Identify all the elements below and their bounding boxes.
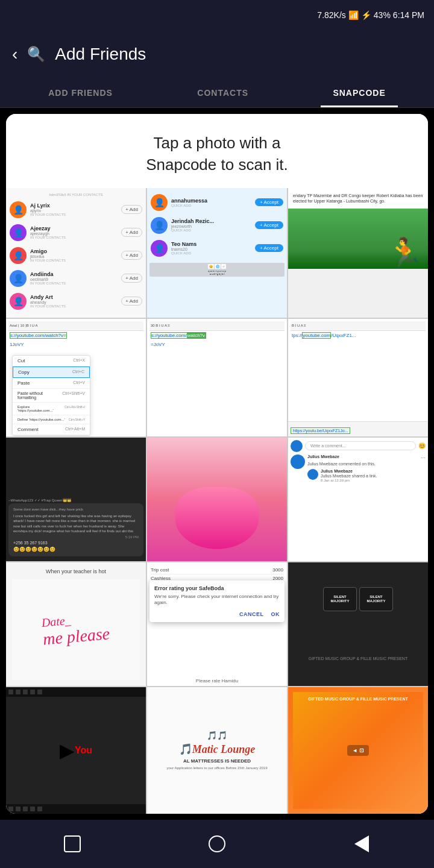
back-button[interactable]: ‹ bbox=[12, 45, 17, 64]
bottom-url-bar: https://youtu.be/UqxxFZ1Jo... bbox=[288, 421, 428, 436]
context-paste[interactable]: Paste Ctrl+V bbox=[13, 378, 90, 389]
error-message: We're sorry. Please check your internet … bbox=[154, 594, 280, 606]
tabs-bar: ADD FRIENDS CONTACTS SNAPCODE bbox=[0, 78, 434, 108]
list-item: 👤 Ajeezay ajeezaygh IN YOUR CONTACTS + A… bbox=[8, 222, 143, 244]
list-item: 👤 Amigo jldseika IN YOUR CONTACTS + Add bbox=[8, 245, 143, 266]
ok-button[interactable]: OK bbox=[271, 611, 280, 617]
url-text-3: youtube.com bbox=[302, 332, 331, 339]
avatar: 👤 bbox=[151, 240, 168, 257]
editor-toolbar: Arial | 10 |B I U A bbox=[8, 321, 143, 331]
emoji-icon: 😊 bbox=[418, 442, 426, 449]
avatar: 👤 bbox=[10, 201, 27, 218]
status-bar: 7.82K/s 📶 ⚡ 43% 6:14 PM bbox=[0, 0, 434, 30]
error-dialog: Error rating your SafeBoda We're sorry. … bbox=[149, 580, 285, 622]
accept-button[interactable]: + Accept bbox=[255, 198, 283, 206]
tab-contacts[interactable]: CONTACTS bbox=[185, 78, 260, 107]
avatar: 👤 bbox=[10, 247, 27, 264]
news-image: 🏃 bbox=[288, 209, 428, 269]
accept-button[interactable]: + Accept bbox=[255, 221, 283, 229]
battery-level: 43% bbox=[374, 10, 391, 20]
avatar: 👤 bbox=[151, 194, 168, 211]
tab-snapcode[interactable]: SNAPCODE bbox=[321, 78, 397, 107]
context-define[interactable]: Define 'https://youtube.com...' Ctrl+Shi… bbox=[13, 415, 90, 424]
recent-apps-button[interactable] bbox=[59, 831, 86, 857]
circle-icon bbox=[209, 835, 225, 852]
rate-label: Please rate Hamidu bbox=[147, 678, 287, 684]
add-contact-button[interactable]: + Add bbox=[121, 228, 142, 237]
list-item: 👤 Andy Art aheandy IN YOUR CONTACTS + Ad… bbox=[8, 291, 143, 312]
comment-input[interactable]: Write a comment... bbox=[305, 441, 416, 450]
filmstrip-cell: ▶ You bbox=[6, 687, 146, 814]
context-explore[interactable]: Explore 'https://youtube.com...' Ctrl+Al… bbox=[13, 403, 90, 415]
snapcode-header: Tap a photo with aSnapcode to scan it. bbox=[6, 114, 428, 188]
editor-toolbar-2: 30 B I U A ≡ bbox=[149, 321, 285, 331]
context-paste-plain[interactable]: Paste without formatting Ctrl+Shift+V bbox=[13, 389, 90, 403]
context-menu: Cut Ctrl+X Copy Ctrl+C Paste Ctrl+V Past… bbox=[12, 355, 90, 436]
editor-cell-2: 30 B I U A ≡ s://youtube.com/watch?v =Jo… bbox=[147, 319, 287, 436]
search-icon[interactable]: 🔍 bbox=[27, 46, 45, 63]
orange-cell: GIFTED MUSIC GROUP & FILLE MUSIC PRESENT… bbox=[288, 687, 428, 814]
add-contact-button[interactable]: + Add bbox=[121, 274, 142, 283]
avatar: 👤 bbox=[151, 217, 168, 234]
back-button-nav[interactable] bbox=[348, 831, 375, 857]
matic-logo-text: 🎵Matic Lounge bbox=[179, 743, 256, 756]
url-text-2: s://youtube.com/watch?v bbox=[151, 332, 206, 339]
list-item: 👤 Aj Lyrix ajlyrix IN YOUR CONTACTS + Ad… bbox=[8, 199, 143, 221]
status-icons: 7.82K/s 📶 ⚡ 43% 6:14 PM bbox=[317, 10, 424, 20]
cap-item: SILENTMAJORITY bbox=[323, 587, 357, 611]
square-icon bbox=[64, 835, 81, 852]
snapchat-contacts-cell: bdm353b5 IN YOUR CONTACTS 👤 Aj Lyrix ajl… bbox=[6, 188, 146, 318]
pink-shape bbox=[175, 487, 259, 549]
matic-notice: your Application letters to our offices … bbox=[167, 766, 268, 770]
news-cell: endary TP Mazembe and DR Congo keeper Ro… bbox=[288, 188, 428, 318]
avatar bbox=[307, 469, 318, 480]
editor-content-2: s://youtube.com/watch?v =JoVY bbox=[149, 331, 285, 349]
editor-cell-3: B I U A ≡ tps://youtube.com/UqxxFZ1... h… bbox=[288, 319, 428, 436]
caps-cell: SILENTMAJORITY SILENTMAJORITY GIFTED MUS… bbox=[288, 562, 428, 686]
error-buttons: CANCEL OK bbox=[154, 611, 280, 617]
list-item: 👤 Teo Nams tnams20 QUICK ADD + Accept bbox=[149, 237, 285, 259]
news-text: endary TP Mazembe and DR Congo keeper Ro… bbox=[291, 190, 426, 206]
pink-image-cell bbox=[147, 438, 287, 561]
home-button[interactable] bbox=[204, 831, 230, 857]
matic-sub-text: AL MATTRESSES IS NEEDED bbox=[183, 758, 251, 764]
list-item: 👤 annahumessa QUICK ADD + Accept bbox=[149, 192, 285, 213]
main-content-card: Tap a photo with aSnapcode to scan it. b… bbox=[6, 114, 428, 814]
cap-item: SILENTMAJORITY bbox=[359, 587, 393, 611]
cancel-button[interactable]: CANCEL bbox=[239, 611, 264, 617]
avatar bbox=[291, 454, 305, 469]
list-item: 👤 Andiinda oeclinah9 IN YOUR CONTACTS + … bbox=[8, 268, 143, 289]
context-cut[interactable]: Cut Ctrl+X bbox=[13, 356, 90, 366]
add-contact-button[interactable]: + Add bbox=[121, 297, 142, 306]
editor-content: s://youtube.com/watch?v= 1JoVY bbox=[8, 331, 143, 349]
editor-content-3: tps://youtube.com/UqxxFZ1... bbox=[291, 331, 426, 342]
keyboard-area: 😊 🌐 ☞ q w e r t y u i o p a s d f g h j … bbox=[149, 263, 285, 277]
teacher-cell: When your teacher is hot Date_me please bbox=[6, 562, 146, 686]
context-copy[interactable]: Copy Ctrl+C bbox=[13, 366, 90, 378]
teacher-text: When your teacher is hot bbox=[46, 568, 106, 574]
signal-icon: 📶 bbox=[348, 10, 359, 20]
orange-cell-text: ◄ ⊡ bbox=[352, 747, 363, 753]
triangle-icon bbox=[354, 835, 369, 852]
matic-lounge-cell: 🎵🎵 🎵Matic Lounge AL MATTRESSES IS NEEDED… bbox=[147, 687, 287, 814]
add-contact-button[interactable]: + Add bbox=[121, 205, 142, 214]
safeboda-cell: Trip cost 3000 Cashless 2000 Error ratin… bbox=[147, 562, 287, 686]
youtube-text: You bbox=[75, 745, 92, 756]
accept-button[interactable]: + Accept bbox=[255, 244, 283, 252]
photo-grid: bdm353b5 IN YOUR CONTACTS 👤 Aj Lyrix ajl… bbox=[6, 188, 428, 814]
add-contact-button[interactable]: + Add bbox=[121, 251, 142, 260]
youtube-logo-icon: ▶ bbox=[60, 739, 75, 762]
fb-comment-cell: Write a comment... 😊 Julius Mwebaze ··· … bbox=[288, 438, 428, 561]
context-comment[interactable]: Comment Ctrl+Alt+M bbox=[13, 424, 90, 435]
more-options-icon[interactable]: ··· bbox=[421, 454, 426, 461]
editor-cell-1: Arial | 10 |B I U A s://youtube.com/watc… bbox=[6, 319, 146, 436]
date-me-text: Date_me please bbox=[41, 610, 111, 649]
url-text: s://youtube.com/watch?v= bbox=[10, 332, 67, 339]
friend-requests-cell: 👤 annahumessa QUICK ADD + Accept 👤 Jerin… bbox=[147, 188, 287, 318]
tab-add-friends[interactable]: ADD FRIENDS bbox=[36, 78, 125, 107]
avatar: 👤 bbox=[10, 270, 27, 287]
header: ‹ 🔍 Add Friends bbox=[0, 30, 434, 78]
battery-icon: ⚡ bbox=[361, 10, 371, 20]
time-display: 6:14 PM bbox=[393, 10, 424, 20]
chat-message: Some dont even have dick...they have pri… bbox=[8, 503, 143, 556]
